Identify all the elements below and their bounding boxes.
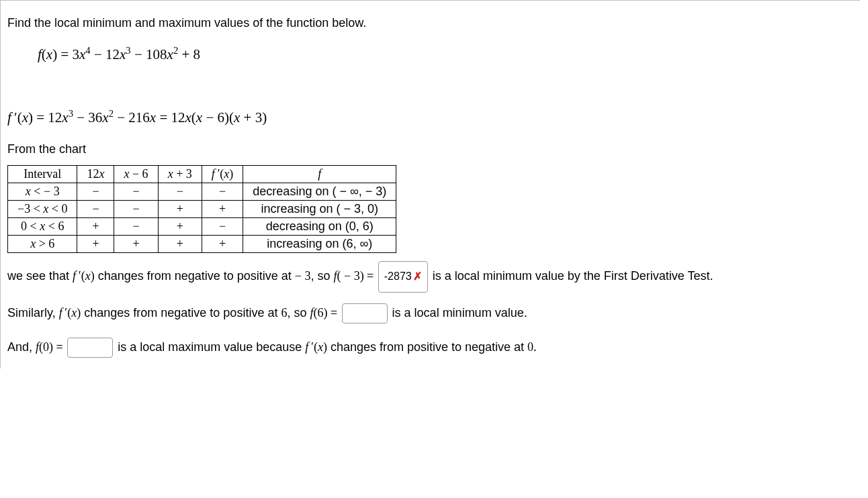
answer-input-1[interactable]: -2873✗: [378, 261, 428, 293]
table-header-row: Interval 12x x − 6 x + 3 f ′(x) f: [8, 166, 396, 183]
problem-prompt: Find the local minimum and maximum value…: [7, 14, 860, 32]
answer-input-3[interactable]: [67, 338, 113, 358]
conclusion-para-2: Similarly, f ′(x) changes from negative …: [7, 299, 860, 327]
para3-post-text: is a local maximum value because f ′(x) …: [118, 340, 536, 354]
table-row: x < − 3 − − − − decreasing on ( − ∞, − 3…: [8, 183, 396, 201]
function-definition: f(x) = 3x4 − 12x3 − 108x2 + 8: [38, 43, 860, 66]
conclusion-para-1: we see that f ′(x) changes from negative…: [7, 261, 860, 293]
derivative-expression: f ′(x) = 12x3 − 36x2 − 216x = 12x(x − 6)…: [7, 106, 860, 129]
para2-post-text: is a local minimum value.: [392, 306, 527, 319]
answer-input-2[interactable]: [342, 303, 388, 323]
col-12x: 12x: [77, 166, 114, 183]
chart-intro: From the chart: [7, 140, 860, 158]
table-row: −3 < x < 0 − − + + increasing on ( − 3, …: [8, 201, 396, 218]
col-f-behavior: f: [243, 166, 396, 183]
para3-pre-text: And, f(0) =: [7, 340, 66, 354]
para1-post-text: is a local minimum value by the First De…: [433, 269, 713, 283]
col-fprime: f ′(x): [202, 166, 243, 183]
col-x-plus-3: x + 3: [158, 166, 202, 183]
problem-container: Find the local minimum and maximum value…: [0, 0, 860, 368]
table-row: 0 < x < 6 + − + − decreasing on (0, 6): [8, 218, 396, 236]
sign-chart-table: Interval 12x x − 6 x + 3 f ′(x) f x < − …: [7, 165, 396, 253]
para1-pre-text: we see that f ′(x) changes from negative…: [7, 269, 377, 283]
incorrect-icon: ✗: [413, 270, 422, 282]
conclusion-para-3: And, f(0) = is a local maximum value bec…: [7, 334, 860, 361]
col-interval: Interval: [8, 166, 77, 183]
col-x-minus-6: x − 6: [114, 166, 158, 183]
table-row: x > 6 + + + + increasing on (6, ∞): [8, 236, 396, 253]
para2-pre-text: Similarly, f ′(x) changes from negative …: [7, 306, 341, 319]
